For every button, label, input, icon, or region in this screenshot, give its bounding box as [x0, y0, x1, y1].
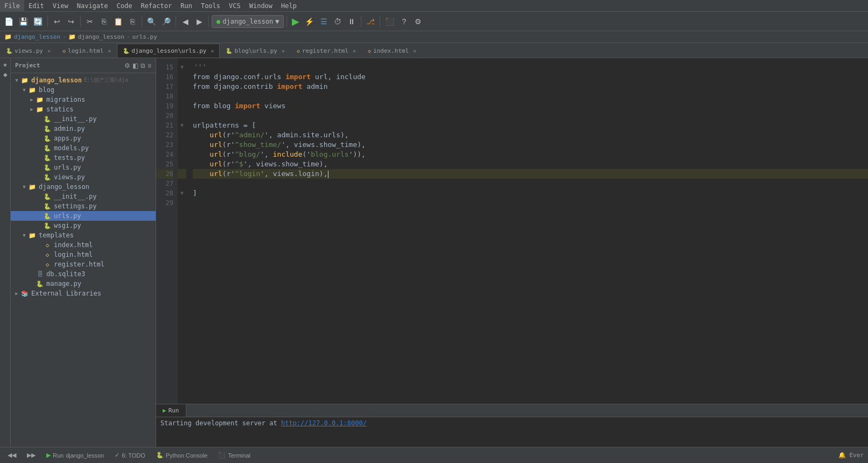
menu-view[interactable]: View — [48, 0, 73, 12]
btm-python-console-tab[interactable]: 🐍 Python Console — [153, 451, 211, 460]
tree-register-html[interactable]: ◇ register.html — [11, 259, 156, 269]
menu-code[interactable]: Code — [113, 0, 137, 12]
tree-views-blog-icon: 🐍 — [43, 173, 52, 181]
tree-external-libs[interactable]: ▶ 📚 External Libraries — [11, 289, 156, 298]
tab-blog-urls[interactable]: 🐍 blog\urls.py ✕ — [220, 44, 291, 58]
tree-blog[interactable]: ▼ 📁 blog — [11, 85, 156, 95]
strip-nav[interactable]: ◆ — [1, 70, 10, 79]
bottom-tab-run[interactable]: ▶ Run — [156, 404, 186, 417]
btm-prev-btn[interactable]: ◀◀ — [4, 451, 19, 460]
menu-help[interactable]: Help — [277, 0, 301, 12]
toolbar-profile[interactable]: ⏱ — [331, 14, 344, 29]
tree-urls-blog[interactable]: 🐍 urls.py — [11, 163, 156, 172]
breadcrumb-project-label[interactable]: django_lesson — [14, 33, 60, 40]
tab-views-py-close[interactable]: ✕ — [47, 48, 51, 54]
toolbar-undo[interactable]: ↩ — [51, 14, 64, 29]
tab-login-html-close[interactable]: ✕ — [108, 48, 111, 54]
tree-init-blog[interactable]: 🐍 __init__.py — [11, 114, 156, 124]
menu-file[interactable]: File — [0, 0, 24, 12]
menu-edit[interactable]: Edit — [24, 0, 48, 12]
server-link[interactable]: http://127.0.0.1:8000/ — [281, 419, 367, 427]
menu-vcs[interactable]: VCS — [225, 0, 245, 12]
panel-expand-icon[interactable]: ⧉ — [141, 62, 145, 69]
fold-15[interactable]: ▼ — [178, 62, 186, 72]
project-dropdown[interactable]: ● django_lesson ▼ — [212, 15, 284, 28]
tab-index-html-close[interactable]: ✕ — [413, 48, 416, 54]
toolbar: 📄 💾 🔄 ↩ ↪ ✂ ⎘ 📋 ⎘ 🔍 🔎 ◀ ▶ ● django_lesso… — [0, 12, 868, 31]
menu-tools[interactable]: Tools — [197, 0, 225, 12]
tree-settings[interactable]: 🐍 settings.py — [11, 201, 156, 211]
tab-login-html[interactable]: ◇ login.html ✕ — [57, 44, 117, 58]
toolbar-redo[interactable]: ↪ — [65, 14, 78, 29]
toolbar-forward[interactable]: ▶ — [193, 14, 206, 29]
tree-django-lesson-pkg[interactable]: ▼ 📁 django_lesson — [11, 182, 156, 192]
toolbar-cut[interactable]: ✂ — [83, 14, 96, 29]
tab-urls-py-label: django_lesson\urls.py — [131, 47, 206, 54]
tree-models-blog[interactable]: 🐍 models.py — [11, 143, 156, 153]
tree-admin-blog[interactable]: 🐍 admin.py — [11, 124, 156, 134]
toolbar-coverage[interactable]: ☰ — [317, 14, 330, 29]
btm-run-tab[interactable]: ▶ Run django_lesson — [43, 451, 107, 460]
menu-navigate[interactable]: Navigate — [73, 0, 113, 12]
run-icon: ▶ — [163, 407, 166, 414]
menu-window[interactable]: Window — [245, 0, 277, 12]
tab-index-html[interactable]: ◇ index.html ✕ — [362, 44, 422, 58]
panel-gear-icon[interactable]: ⚙ — [124, 62, 130, 69]
tab-urls-py[interactable]: 🐍 django_lesson\urls.py ✕ — [117, 44, 220, 58]
tree-wsgi[interactable]: 🐍 wsgi.py — [11, 221, 156, 230]
tree-init-dj[interactable]: 🐍 __init__.py — [11, 192, 156, 201]
toolbar-terminal[interactable]: ⬛ — [383, 14, 396, 29]
toolbar-help[interactable]: ? — [397, 14, 410, 29]
tab-blog-urls-close[interactable]: ✕ — [282, 48, 285, 54]
btm-todo-tab[interactable]: ✓ 6: TODO — [111, 451, 149, 460]
editor-content[interactable]: 15 16 17 18 19 20 21 22 23 24 25 26 27 2… — [156, 58, 868, 404]
toolbar-back[interactable]: ◀ — [179, 14, 192, 29]
tree-templates[interactable]: ▼ 📁 templates — [11, 230, 156, 240]
toolbar-sync[interactable]: 🔄 — [31, 14, 45, 29]
tab-views-py[interactable]: 🐍 views.py ✕ — [0, 44, 57, 58]
tab-register-html[interactable]: ◇ register.html ✕ — [291, 44, 362, 58]
toolbar-copy[interactable]: ⎘ — [97, 14, 110, 29]
tree-apps-blog[interactable]: 🐍 apps.py — [11, 134, 156, 143]
toolbar-replace[interactable]: 🔎 — [159, 14, 173, 29]
tree-migrations[interactable]: ▶ 📁 migrations — [11, 95, 156, 104]
tree-urls-dj[interactable]: 🐍 urls.py — [11, 211, 156, 221]
toolbar-run-btn[interactable]: ▶ — [290, 15, 302, 29]
toolbar-settings[interactable]: ⚙ — [411, 14, 424, 29]
menu-run[interactable]: Run — [176, 0, 197, 12]
tree-db-sqlite[interactable]: 🗄 db.sqlite3 — [11, 269, 156, 279]
toolbar-copy2[interactable]: ⎘ — [126, 14, 139, 29]
fold-21[interactable]: ▼ — [178, 121, 186, 130]
tree-tests-blog[interactable]: 🐍 tests.py — [11, 153, 156, 163]
tree-root-django-lesson[interactable]: ▼ 📁 django_lesson E:\脱产三期\dja — [11, 75, 156, 85]
tree-init-blog-label: __init__.py — [54, 115, 96, 123]
breadcrumb-project[interactable]: 📁 — [4, 33, 12, 40]
tree-login-html[interactable]: ◇ login.html — [11, 250, 156, 259]
tab-register-html-close[interactable]: ✕ — [353, 48, 356, 54]
menu-refactor[interactable]: Refactor — [136, 0, 176, 12]
tab-urls-py-close[interactable]: ✕ — [211, 48, 214, 54]
code-line-25: url(r'^$', views.show_time), — [193, 159, 868, 169]
tree-statics[interactable]: ▶ 📁 statics — [11, 104, 156, 114]
tree-index-html[interactable]: ◇ index.html — [11, 240, 156, 250]
fold-28[interactable]: ▼ — [178, 188, 186, 198]
project-panel-title: Project — [15, 62, 40, 69]
btm-next-btn[interactable]: ▶▶ — [24, 451, 39, 460]
toolbar-save[interactable]: 💾 — [17, 14, 30, 29]
toolbar-vcs[interactable]: ⎇ — [364, 14, 377, 29]
code-area[interactable]: ''' from django.conf.urls import url, in… — [186, 58, 868, 404]
toolbar-debug-step[interactable]: ⚡ — [303, 14, 316, 29]
breadcrumb-folder[interactable]: django_lesson — [78, 33, 124, 40]
l19-rest: views — [260, 102, 285, 110]
breadcrumb-file[interactable]: urls.py — [132, 33, 157, 40]
btm-terminal-tab[interactable]: ⬛ Terminal — [215, 451, 254, 460]
strip-favorites[interactable]: ★ — [1, 60, 10, 69]
toolbar-pause[interactable]: ⏸ — [345, 14, 358, 29]
toolbar-new[interactable]: 📄 — [2, 14, 16, 29]
panel-settings-icon[interactable]: ≡ — [148, 62, 151, 69]
panel-collapse-icon[interactable]: ◧ — [132, 62, 138, 69]
toolbar-paste[interactable]: 📋 — [111, 14, 125, 29]
tree-views-blog[interactable]: 🐍 views.py — [11, 172, 156, 182]
toolbar-find[interactable]: 🔍 — [145, 14, 158, 29]
tree-manage-py[interactable]: 🐍 manage.py — [11, 279, 156, 289]
